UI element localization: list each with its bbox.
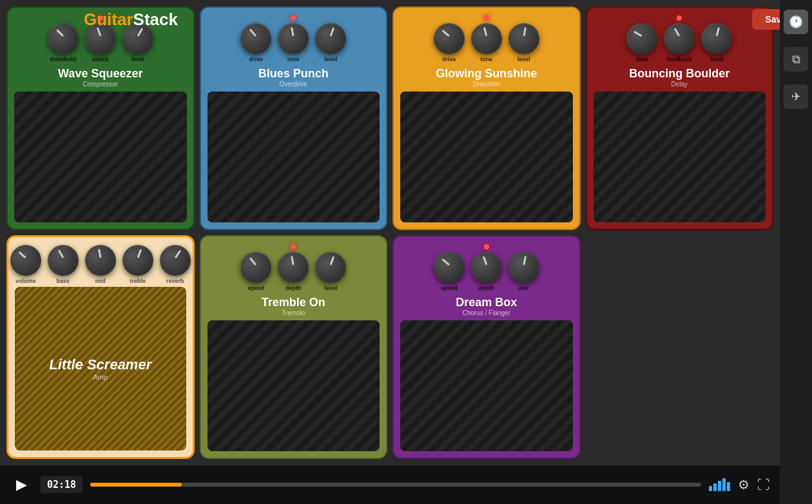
pedal-little-screamer: volume bass mid treble reverb Little Scr…: [6, 235, 195, 459]
progress-bar[interactable]: [90, 483, 701, 487]
pedal-wave-squeezer: threshold attack level Wave Squeezer Com…: [6, 6, 195, 230]
knob-reverb-amp[interactable]: reverb: [160, 245, 191, 284]
knob-threshold-label: threshold: [50, 56, 76, 63]
knob-volume-amp-dial[interactable]: [10, 245, 41, 276]
knob-speed-to-label: speed: [247, 285, 264, 291]
knob-speed-db[interactable]: speed: [434, 252, 465, 291]
knob-reverb-amp-dial[interactable]: [160, 245, 191, 276]
logo-stack: Stack: [133, 10, 178, 29]
signal-bars: [709, 478, 730, 491]
knob-tone-bp-label: tone: [287, 56, 300, 63]
app-logo: GuitarStack: [84, 10, 178, 30]
knob-row-tremble-on: speed depth level: [240, 252, 346, 291]
knob-mix-db-dial[interactable]: [508, 252, 539, 283]
led-tremble-on: [291, 244, 296, 249]
pedal-name-wave-squeezer: Wave Squeezer: [58, 68, 142, 81]
knob-treble-amp[interactable]: treble: [122, 245, 153, 284]
knob-bass-amp-dial[interactable]: [48, 245, 79, 276]
knob-bass-amp[interactable]: bass: [48, 245, 79, 284]
knob-row-amp: volume bass mid treble reverb: [10, 245, 191, 284]
time-display: 02:18: [41, 476, 82, 493]
knob-treble-amp-label: treble: [130, 278, 146, 284]
header: GuitarStack Save: [0, 0, 812, 39]
pedal-name-blues-punch: Blues Punch: [258, 68, 329, 81]
pedal-name-tremble-on: Tremble On: [262, 296, 325, 309]
knob-row-dream-box: speed depth mix: [434, 252, 539, 291]
pedal-body-wave-squeezer: [14, 92, 187, 222]
pedal-glowing-sunshine: drive tone level Glowing Sunshine Distor…: [392, 6, 581, 230]
knob-volume-amp[interactable]: volume: [10, 245, 41, 284]
pedal-body-dream-box: [400, 320, 573, 451]
knob-level-to-dial[interactable]: [315, 252, 346, 283]
pedal-type-dream-box: Chorus / Flanger: [463, 309, 510, 316]
amp-name-overlay: Little Screamer Amp: [49, 356, 151, 381]
pedal-type-blues-punch: Overdrive: [280, 81, 307, 88]
signal-bar-4: [722, 478, 726, 491]
pedal-body-tremble-on: [208, 320, 380, 451]
knob-speed-db-label: speed: [441, 285, 458, 291]
knob-mix-db-label: mix: [519, 285, 529, 291]
pedal-blues-punch: drive tone level Blues Punch Overdrive: [200, 6, 388, 230]
knob-reverb-amp-label: reverb: [166, 278, 184, 284]
knob-level-gs-label: level: [517, 56, 530, 63]
pedal-type-glowing-sunshine: Distortion: [473, 81, 500, 88]
knob-feedback-bb-label: feedback: [667, 56, 692, 63]
knob-depth-to-label: depth: [285, 285, 302, 291]
knob-depth-db-dial[interactable]: [471, 252, 502, 283]
knob-level-to-label: level: [324, 285, 337, 291]
knob-level-ws-label: level: [131, 56, 144, 63]
progress-fill: [90, 483, 182, 487]
logo-guitar: Guitar: [84, 10, 133, 29]
knob-volume-amp-label: volume: [15, 278, 36, 284]
amp-main-name: Little Screamer: [49, 356, 151, 373]
pedal-name-dream-box: Dream Box: [456, 296, 517, 309]
layers-icon[interactable]: ⧉: [784, 47, 808, 72]
pedal-name-glowing-sunshine: Glowing Sunshine: [436, 68, 537, 81]
send-icon[interactable]: ✈: [784, 84, 808, 109]
knob-drive-bp-label: drive: [249, 56, 263, 63]
knob-tone-gs-label: tone: [480, 56, 492, 63]
led-dream-box: [484, 244, 489, 249]
pedal-type-bouncing-boulder: Delay: [671, 81, 688, 88]
knob-mid-amp[interactable]: mid: [85, 245, 116, 284]
knob-bass-amp-label: bass: [56, 278, 70, 284]
pedal-type-wave-squeezer: Compressor: [83, 81, 118, 88]
clock-icon[interactable]: 🕐: [784, 10, 808, 34]
pedal-tremble-on: speed depth level Tremble On Tremolo: [200, 235, 388, 459]
fullscreen-icon[interactable]: ⛶: [757, 478, 770, 492]
knob-speed-to[interactable]: speed: [240, 252, 271, 291]
signal-bar-1: [709, 486, 712, 491]
knob-depth-db[interactable]: depth: [471, 252, 502, 291]
knob-mid-amp-dial[interactable]: [85, 245, 116, 276]
settings-icon[interactable]: ⚙: [738, 477, 749, 492]
pedal-type-tremble-on: Tremolo: [282, 309, 305, 316]
play-button[interactable]: ▶: [10, 473, 33, 496]
knob-drive-gs-label: drive: [442, 56, 456, 63]
knob-depth-to[interactable]: depth: [278, 252, 309, 291]
pedal-bouncing-boulder: time feedback level Bouncing Boulder Del…: [586, 6, 774, 230]
knob-level-to[interactable]: level: [315, 252, 346, 291]
knob-attack-label: attack: [92, 56, 109, 63]
knob-time-bb-label: time: [636, 56, 648, 63]
knob-mix-db[interactable]: mix: [508, 252, 539, 291]
knob-level-bb-label: level: [710, 56, 723, 63]
signal-bar-5: [727, 482, 730, 491]
pedal-body-glowing-sunshine: [400, 92, 573, 222]
pedal-dream-box: speed depth mix Dream Box Chorus / Flang…: [392, 235, 581, 459]
knob-depth-db-label: depth: [479, 285, 495, 291]
pedal-name-bouncing-boulder: Bouncing Boulder: [629, 68, 730, 81]
knob-speed-to-dial[interactable]: [240, 252, 271, 283]
knob-level-bp-label: level: [324, 56, 337, 63]
pedal-body-blues-punch: [208, 92, 380, 222]
pedal-grid: threshold attack level Wave Squeezer Com…: [0, 0, 780, 465]
knob-depth-to-dial[interactable]: [278, 252, 309, 283]
transport-bar: ▶ 02:18 ⚙ ⛶: [0, 465, 780, 504]
right-sidebar: 🕐 ⧉ ✈: [780, 0, 812, 504]
amp-sub-name: Amp: [49, 373, 151, 381]
knob-treble-amp-dial[interactable]: [122, 245, 153, 276]
signal-bar-2: [713, 483, 717, 491]
pedal-body-bouncing-boulder: [594, 92, 766, 222]
signal-bar-3: [718, 481, 721, 491]
knob-speed-db-dial[interactable]: [434, 252, 465, 283]
knob-mid-amp-label: mid: [95, 278, 106, 284]
